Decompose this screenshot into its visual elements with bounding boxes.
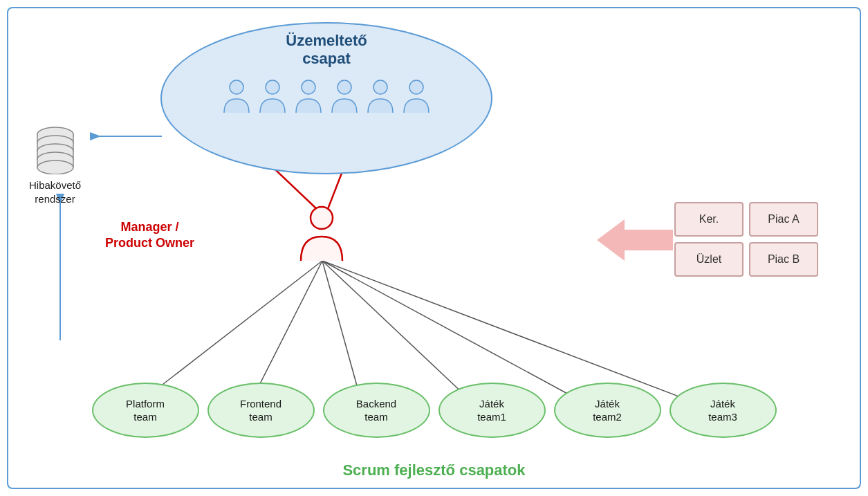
pink-arrow — [597, 219, 673, 264]
person-icon-2 — [257, 78, 288, 116]
operator-persons — [221, 78, 432, 116]
svg-point-12 — [302, 80, 315, 94]
hibakoveto-label: Hibakövető rendszer — [29, 178, 81, 205]
pink-arrow-svg — [597, 219, 673, 261]
team-jatek3: Játékteam3 — [670, 383, 777, 438]
database-icon — [35, 126, 76, 174]
box-ker: Ker. — [674, 202, 744, 237]
team-platform: Platformteam — [92, 383, 199, 438]
box-piac-b: Piac B — [749, 242, 818, 277]
svg-point-14 — [373, 80, 387, 94]
svg-marker-28 — [597, 219, 673, 261]
scrum-label: Scrum fejlesztő csapatok — [8, 461, 860, 479]
person-icon-5 — [365, 78, 396, 116]
team-backend: Backendteam — [323, 383, 430, 438]
svg-point-15 — [409, 80, 423, 94]
teams-row: Platformteam Frontendteam Backendteam Já… — [22, 383, 846, 438]
person-icon-3 — [293, 78, 324, 116]
manager-person-icon — [297, 205, 346, 264]
svg-point-24 — [37, 160, 73, 174]
svg-point-13 — [338, 80, 351, 94]
svg-point-11 — [266, 80, 279, 94]
team-jatek2: Játékteam2 — [554, 383, 661, 438]
box-uzlet: Üzlet — [674, 242, 744, 277]
operator-ellipse: Üzemeltető csapat — [160, 22, 492, 174]
person-icon-1 — [221, 78, 252, 116]
box-piac-a: Piac A — [749, 202, 818, 237]
hibakoveto-container: Hibakövető rendszer — [29, 126, 81, 205]
person-icon-6 — [401, 78, 432, 116]
svg-point-27 — [311, 207, 333, 229]
operator-title: Üzemeltető csapat — [286, 32, 367, 68]
right-boxes: Ker. Piac A Üzlet Piac B — [674, 202, 818, 277]
team-frontend: Frontendteam — [207, 383, 315, 438]
manager-label: Manager / Product Owner — [105, 219, 194, 252]
person-icon-4 — [329, 78, 360, 116]
manager-person — [297, 205, 346, 267]
svg-point-10 — [230, 80, 243, 94]
main-diagram: Üzemeltető csapat — [7, 7, 861, 489]
team-jatek1: Játékteam1 — [438, 383, 546, 438]
